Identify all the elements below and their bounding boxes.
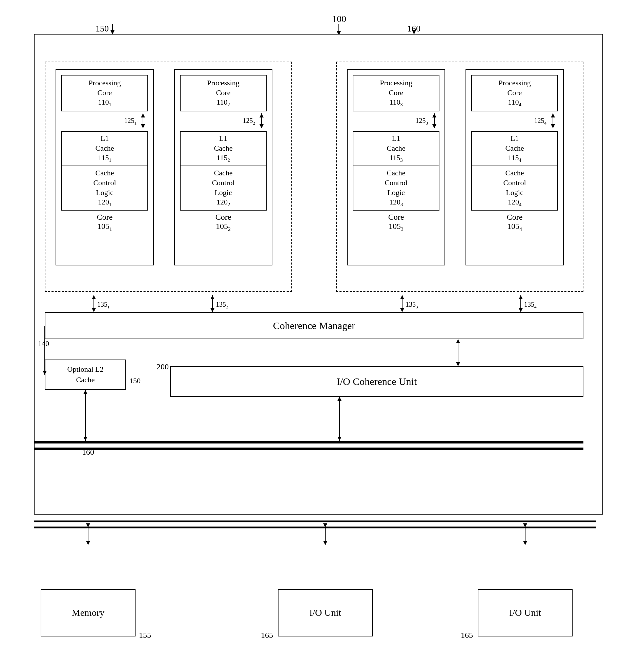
svg-marker-23 (210, 295, 215, 299)
svg-marker-31 (456, 362, 460, 366)
svg-marker-45 (86, 541, 90, 545)
l1-cache-2: L1Cache1152 (180, 131, 267, 166)
svg-marker-41 (83, 390, 87, 394)
arrow-125-3 (429, 113, 439, 130)
io-unit-2: I/O Unit (478, 589, 572, 637)
main-box: 150 160 ProcessingCore1101 1251 (34, 34, 603, 514)
diagram-root: 100 150 160 ProcessingCore1101 1251 (20, 14, 616, 657)
core-label-4: Core1054 (471, 213, 558, 232)
coherence-manager: Coherence Manager (45, 312, 583, 339)
core-box-3: ProcessingCore1103 1253 L1Cache1153 Cach… (347, 69, 445, 265)
bus-line-top (34, 441, 583, 444)
label-140: 140 (38, 339, 49, 348)
ccl-3: CacheControlLogic1203 (353, 166, 439, 211)
core-label-3: Core1053 (353, 213, 439, 232)
l1-cache-3: L1Cache1153 (353, 131, 439, 166)
label-135-2: 1352 (216, 301, 228, 310)
arrow-150-svg (34, 21, 306, 38)
label-100: 100 (332, 14, 346, 24)
l1-cache-4: L1Cache1154 (471, 131, 558, 166)
arrow-125-2 (257, 113, 267, 130)
svg-marker-49 (323, 523, 327, 527)
svg-marker-28 (519, 308, 523, 312)
svg-marker-13 (432, 114, 436, 118)
svg-marker-37 (337, 437, 341, 441)
left-cluster-box: ProcessingCore1101 1251 L1Cache1151 Cach… (45, 62, 292, 292)
svg-marker-16 (551, 114, 555, 118)
label-135-1: 1351 (97, 301, 110, 310)
l2-cache: Optional L2Cache (45, 360, 126, 390)
io-coherence-unit: I/O Coherence Unit (170, 366, 583, 397)
svg-marker-40 (83, 437, 87, 441)
svg-marker-46 (86, 523, 90, 527)
label-135-3: 1353 (406, 301, 418, 310)
core-label-1: Core1051 (61, 213, 148, 232)
bottom-arrows-svg (20, 504, 616, 672)
svg-marker-7 (141, 114, 145, 118)
core-box-2: ProcessingCore1102 1252 L1Cache1152 Cach… (174, 69, 272, 265)
svg-marker-29 (519, 295, 523, 299)
label-155: 155 (139, 631, 151, 640)
label-160: 160 (407, 24, 420, 34)
svg-marker-38 (337, 397, 341, 401)
label-150: 150 (96, 24, 109, 34)
label-l2: 150 (129, 376, 141, 385)
svg-marker-26 (400, 295, 404, 299)
memory-box: Memory (41, 589, 135, 637)
svg-marker-17 (551, 124, 555, 128)
label-135-4: 1354 (524, 301, 537, 310)
svg-marker-48 (323, 541, 327, 545)
label-165-2: 165 (461, 631, 473, 640)
svg-marker-10 (260, 114, 264, 118)
core-label-2: Core1052 (180, 213, 267, 232)
ccl-4: CacheControlLogic1204 (471, 166, 558, 211)
svg-marker-52 (523, 523, 527, 527)
io-unit-1: I/O Unit (278, 589, 373, 637)
proc-core-3: ProcessingCore1103 (353, 75, 439, 111)
proc-core-2: ProcessingCore1102 (180, 75, 267, 111)
svg-marker-19 (92, 308, 96, 312)
right-cluster-box: ProcessingCore1103 1253 L1Cache1153 Cach… (336, 62, 583, 292)
svg-marker-20 (92, 295, 96, 299)
arrow-125-1 (138, 113, 148, 130)
arrow-125-4 (548, 113, 558, 130)
svg-marker-25 (400, 308, 404, 312)
ccl-1: CacheControlLogic1201 (61, 166, 148, 211)
svg-marker-14 (432, 124, 436, 128)
proc-core-4: ProcessingCore1104 (471, 75, 558, 111)
ccl-2: CacheControlLogic1202 (180, 166, 267, 211)
bus-line-bottom (34, 448, 583, 450)
svg-marker-11 (260, 124, 264, 128)
label-165-1: 165 (261, 631, 273, 640)
svg-marker-8 (141, 124, 145, 128)
svg-marker-22 (210, 308, 215, 312)
svg-marker-51 (523, 541, 527, 545)
label-200: 200 (157, 362, 169, 371)
svg-marker-3 (111, 30, 115, 34)
svg-marker-32 (456, 339, 460, 343)
core-box-1: ProcessingCore1101 1251 L1Cache1151 Cach… (56, 69, 154, 265)
proc-core-1: ProcessingCore1101 (61, 75, 148, 111)
l1-cache-1: L1Cache1151 (61, 131, 148, 166)
arrow-160-svg (306, 21, 577, 38)
core-box-4: ProcessingCore1104 1254 L1Cache1154 Cach… (466, 69, 564, 265)
